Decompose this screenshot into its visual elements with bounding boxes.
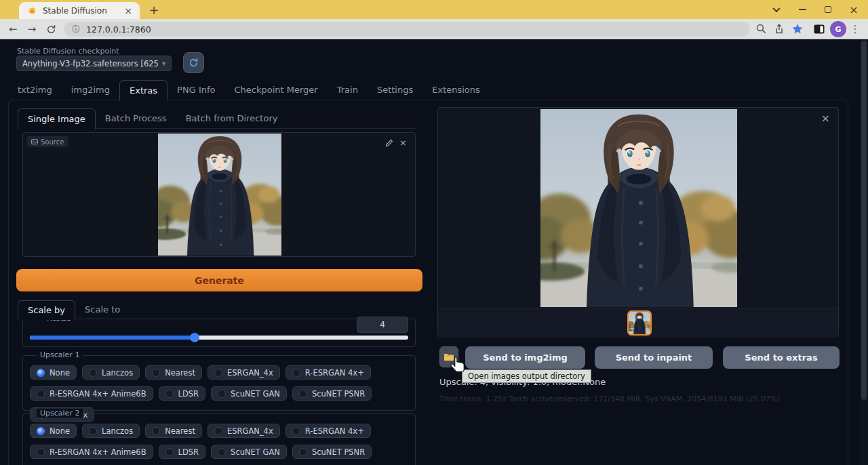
browser-tab[interactable]: Stable Diffusion × xyxy=(19,2,140,19)
radio-icon xyxy=(89,369,97,377)
window-close-button[interactable]: × xyxy=(842,0,866,19)
url-text: 127.0.0.1:7860 xyxy=(86,24,151,35)
side-panel-icon[interactable] xyxy=(813,23,825,35)
footer-stats-text: Time taken: 1.25s Torch active/reserved:… xyxy=(439,395,780,403)
mouse-cursor xyxy=(450,356,465,373)
output-image[interactable] xyxy=(540,109,737,307)
tab-img2img[interactable]: img2img xyxy=(62,80,119,100)
tab-settings[interactable]: Settings xyxy=(368,80,422,100)
radio-icon xyxy=(37,448,45,456)
radio-icon xyxy=(165,448,174,456)
refresh-checkpoints-button[interactable] xyxy=(183,52,204,73)
upscaler2-label: Upscaler 2 xyxy=(37,409,83,418)
window-maximize-button[interactable] xyxy=(816,0,840,19)
slider-fill xyxy=(30,336,195,340)
send-to-extras-button[interactable]: Send to extras xyxy=(723,346,840,369)
radio-icon xyxy=(214,369,222,377)
send-to-inpaint-button[interactable]: Send to inpaint xyxy=(595,346,713,369)
upscaler-option-ldsr[interactable]: LDSR xyxy=(159,386,206,401)
tab-extensions[interactable]: Extensions xyxy=(422,80,490,100)
radio-icon xyxy=(292,369,300,377)
upscaler-option-nearest[interactable]: Nearest xyxy=(145,365,202,380)
source-image-dropzone[interactable]: Source × xyxy=(22,132,416,257)
upscaler-option-esrgan4x[interactable]: ESRGAN_4x xyxy=(208,424,280,438)
upscaler2-block: Upscaler 2 None Lanczos Nearest ESRGAN_4… xyxy=(22,413,416,465)
generate-button[interactable]: Generate xyxy=(16,269,422,291)
upscaler-option-scunet-psnr[interactable]: ScuNET PSNR xyxy=(292,386,372,401)
edit-image-icon[interactable] xyxy=(385,139,393,147)
tab-close-icon[interactable]: × xyxy=(122,6,134,16)
upscaler-option-scunet-gan[interactable]: ScuNET GAN xyxy=(211,386,287,401)
scrollbar-thumb[interactable] xyxy=(861,41,867,400)
tab-txt2img[interactable]: txt2img xyxy=(8,80,62,100)
browser-menu-icon[interactable]: ⋮ xyxy=(850,22,860,37)
tab-train[interactable]: Train xyxy=(328,80,368,100)
source-image[interactable] xyxy=(158,134,281,256)
radio-icon xyxy=(37,427,45,435)
clear-image-icon[interactable]: × xyxy=(399,138,407,148)
radio-icon xyxy=(292,427,300,435)
upscaler-option-lanczos[interactable]: Lanczos xyxy=(82,424,140,438)
browser-tab-strip: Stable Diffusion × + × xyxy=(0,0,868,19)
url-bar[interactable]: ⓘ 127.0.0.1:7860 xyxy=(64,22,750,37)
upscaler2-options: None Lanczos Nearest ESRGAN_4x R-ESRGAN … xyxy=(30,424,411,465)
upscaler-option-scunet-psnr[interactable]: ScuNET PSNR xyxy=(292,445,372,459)
upscaler-option-scunet-gan[interactable]: ScuNET GAN xyxy=(211,445,287,459)
tab-checkpoint-merger[interactable]: Checkpoint Merger xyxy=(224,80,327,100)
upscaler-option-lanczos[interactable]: Lanczos xyxy=(82,365,140,380)
gallery-thumbnail-selected[interactable] xyxy=(627,310,652,336)
checkpoint-dropdown[interactable]: Anything-V3-fp32.safetensors [625a2ba2] … xyxy=(16,56,172,71)
upscaler-option-resrgan4x[interactable]: R-ESRGAN 4x+ xyxy=(285,365,371,380)
chevron-down-icon xyxy=(772,5,780,12)
site-info-icon[interactable]: ⓘ xyxy=(72,24,80,35)
tab-png-info[interactable]: PNG Info xyxy=(167,80,224,100)
forward-button[interactable]: → xyxy=(24,22,39,37)
upscaler-option-none[interactable]: None xyxy=(30,365,77,380)
upscaler-option-ldsr[interactable]: LDSR xyxy=(159,445,206,459)
checkpoint-label: Stable Diffusion checkpoint xyxy=(17,47,119,56)
slider-thumb[interactable] xyxy=(190,333,199,342)
profile-avatar[interactable]: G xyxy=(830,21,846,37)
checkpoint-value: Anything-V3-fp32.safetensors [625a2ba2] xyxy=(22,59,158,68)
upscaler-option-nearest[interactable]: Nearest xyxy=(145,424,202,438)
resize-value-input[interactable]: 4 xyxy=(357,317,408,333)
tab-scale-to[interactable]: Scale to xyxy=(75,300,130,319)
upscaler-option-resrgan-anime6b[interactable]: R-ESRGAN 4x+ Anime6B xyxy=(30,386,153,401)
page-scrollbar[interactable] xyxy=(860,39,868,465)
thumbnail-image xyxy=(629,312,650,334)
send-to-img2img-button[interactable]: Send to img2img xyxy=(465,346,585,369)
upscaler-option-resrgan4x[interactable]: R-ESRGAN 4x+ xyxy=(285,424,371,438)
upscaler-option-esrgan4x[interactable]: ESRGAN_4x xyxy=(208,365,280,380)
resize-slider[interactable] xyxy=(30,336,408,340)
source-image-label: Source xyxy=(27,136,68,147)
upscaler-option-resrgan-anime6b[interactable]: R-ESRGAN 4x+ Anime6B xyxy=(30,445,153,459)
tab-batch-from-directory[interactable]: Batch from Directory xyxy=(176,108,288,129)
minimize-icon xyxy=(799,9,806,10)
radio-icon xyxy=(165,390,174,398)
upscaler1-block: Upscaler 1 None Lanczos Nearest ESRGAN_4… xyxy=(22,355,416,411)
gallery-close-icon[interactable]: × xyxy=(821,112,830,125)
tab-scale-by[interactable]: Scale by xyxy=(18,300,75,320)
window-chevron-button[interactable] xyxy=(764,0,789,19)
radio-icon xyxy=(152,427,160,435)
scale-tab-bar: Scale by Scale to xyxy=(18,300,130,319)
window-minimize-button[interactable] xyxy=(790,0,814,19)
tab-extras[interactable]: Extras xyxy=(119,80,167,101)
tooltip: Open images output directory xyxy=(462,369,591,383)
tab-batch-process[interactable]: Batch Process xyxy=(96,108,176,129)
gallery-thumbnail-strip xyxy=(438,308,838,338)
zoom-icon[interactable] xyxy=(755,23,768,35)
reload-icon xyxy=(46,24,56,35)
tab-single-image[interactable]: Single Image xyxy=(18,108,96,129)
radio-icon xyxy=(89,427,97,435)
upscaler1-label: Upscaler 1 xyxy=(37,350,83,359)
bookmark-star-icon[interactable] xyxy=(791,23,804,35)
back-button[interactable]: ← xyxy=(5,22,20,37)
tab-title: Stable Diffusion xyxy=(43,6,122,16)
upscaler-option-none[interactable]: None xyxy=(30,424,77,438)
radio-icon xyxy=(218,390,226,398)
share-icon[interactable] xyxy=(773,23,785,35)
reload-button[interactable] xyxy=(43,22,58,37)
new-tab-button[interactable]: + xyxy=(145,1,163,18)
browser-window: Stable Diffusion × + × ← → ⓘ 127.0.0.1:7… xyxy=(0,0,868,465)
